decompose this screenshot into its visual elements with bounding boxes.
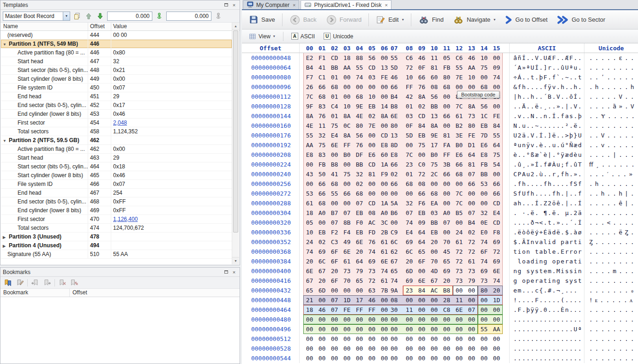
template-row[interactable]: End sector (bits 0-5), cylin...4520x17 [1, 101, 232, 110]
hex-byte[interactable]: 00 [316, 315, 328, 324]
hex-byte[interactable]: 3C [378, 218, 391, 227]
hex-byte[interactable]: 00 [391, 324, 403, 334]
template-row[interactable]: Total sectors474124,700,672 [1, 224, 232, 233]
hex-byte[interactable]: 07 [465, 169, 478, 179]
unicode-text[interactable]: .......₀ [584, 286, 638, 295]
ascii-text[interactable]: U2ä.V.Í.]ë..>þ}U [510, 131, 584, 140]
hex-byte[interactable]: 00 [440, 344, 453, 353]
hex-byte[interactable]: 6E [328, 140, 341, 150]
hex-byte[interactable]: 00 [415, 353, 428, 363]
hex-byte[interactable]: 56 [366, 53, 378, 63]
hex-byte[interactable]: 6E [353, 237, 366, 247]
hex-byte[interactable]: EB [353, 227, 366, 237]
hex-byte[interactable]: 00 [490, 305, 503, 315]
close-panel-icon[interactable]: × [231, 2, 237, 8]
hex-byte[interactable]: 2C [428, 169, 440, 179]
hex-byte[interactable]: AA [341, 63, 353, 72]
hex-byte[interactable]: CD [366, 160, 378, 169]
unicode-text[interactable]: ..v..... [584, 140, 638, 150]
hex-byte[interactable]: 67 [316, 266, 328, 276]
unicode-text[interactable]: ........ [584, 315, 638, 324]
hex-byte[interactable]: 24 [453, 227, 465, 237]
hex-byte[interactable]: 69 [490, 237, 503, 247]
hex-byte[interactable]: 20 [353, 247, 366, 257]
hex-byte[interactable]: 6F [328, 247, 341, 257]
hex-byte[interactable]: 68 [453, 169, 465, 179]
hex-byte[interactable]: 55 [391, 53, 403, 63]
hex-byte[interactable]: 00 [403, 324, 415, 334]
hex-byte[interactable]: 69 [403, 237, 415, 247]
hex-byte[interactable]: 75 [490, 150, 503, 160]
chevron-down-icon[interactable]: ▾ [402, 18, 404, 22]
column-header-bookmark-offset[interactable]: Offset [70, 289, 240, 297]
hex-byte[interactable]: FF [366, 305, 378, 315]
hex-byte[interactable]: 70 [341, 276, 353, 286]
hex-byte[interactable]: 00 [453, 315, 465, 324]
ascii-text[interactable]: ................ [510, 353, 584, 363]
hex-byte[interactable]: B0 [428, 150, 440, 160]
hex-byte[interactable]: FF [403, 82, 415, 92]
hex-byte[interactable]: B5 [453, 208, 465, 218]
hex-byte[interactable]: 00 [440, 189, 453, 198]
hex-byte[interactable]: E6 [366, 150, 378, 160]
hex-byte[interactable]: 00 [428, 315, 440, 324]
hex-byte[interactable]: 02 [415, 101, 428, 111]
hex-byte[interactable]: 00 [478, 305, 490, 315]
hex-byte[interactable]: 8A [303, 111, 316, 121]
hex-byte[interactable]: 00 [353, 82, 366, 92]
hex-byte[interactable]: 76 [353, 140, 366, 150]
hex-byte[interactable]: 00 [353, 324, 366, 334]
hex-byte[interactable]: 13 [378, 63, 391, 72]
ascii-text[interactable]: N.u..~......².ë. [510, 121, 584, 131]
hex-byte[interactable]: 18 [341, 53, 353, 63]
hex-byte[interactable]: 66 [490, 179, 503, 189]
unicode-toggle-button[interactable]: U Unicode [321, 31, 356, 41]
hex-byte[interactable]: 80 [391, 121, 403, 131]
hex-byte[interactable]: 00 [428, 305, 440, 315]
hex-byte[interactable]: 02 [316, 237, 328, 247]
hex-byte[interactable]: 7E [366, 121, 378, 131]
goto-sector-button[interactable]: Go to Sector [553, 13, 609, 27]
sector-link[interactable]: 2,048 [113, 119, 127, 126]
hex-byte[interactable]: 11 [316, 121, 328, 131]
hex-byte[interactable]: 00 [353, 344, 366, 353]
unicode-text[interactable]: ........ [584, 208, 638, 218]
template-row[interactable]: End head467254 [1, 189, 232, 197]
hex-byte[interactable]: 75 [328, 121, 341, 131]
hex-byte[interactable]: AC [428, 286, 440, 295]
hex-byte[interactable]: 00 [490, 101, 503, 111]
hex-byte[interactable]: 00 [378, 121, 391, 131]
hex-byte[interactable]: 68 [328, 179, 341, 189]
hex-byte[interactable]: 88 [353, 53, 366, 63]
hex-byte[interactable]: 01 [403, 169, 415, 179]
ascii-text[interactable]: ÷Á..t.þF.f`.~..t [510, 72, 584, 82]
hex-byte[interactable]: 6F [328, 257, 341, 266]
ascii-text[interactable]: . ·.ë. ¶.ë. µ.2ä [510, 208, 584, 218]
hex-byte[interactable]: 74 [303, 247, 316, 257]
ascii-text[interactable]: tion table.Error [510, 247, 584, 257]
hex-byte[interactable]: 00 [378, 179, 391, 189]
hex-byte[interactable]: 20 [316, 276, 328, 286]
hex-byte[interactable]: 0C [341, 121, 353, 131]
hex-byte[interactable]: 1A [378, 160, 391, 169]
hex-byte[interactable]: 00 [440, 101, 453, 111]
hex-byte[interactable]: 84 [415, 286, 428, 295]
hex-byte[interactable]: 3B [440, 160, 453, 169]
hex-byte[interactable]: 00 [341, 92, 353, 101]
navigate-button[interactable]: Navigate ▾ [449, 12, 500, 27]
hex-byte[interactable]: 00 [490, 353, 503, 363]
previous-bookmark-icon[interactable] [30, 278, 40, 287]
hex-byte[interactable]: 07 [328, 305, 341, 315]
ascii-text[interactable]: ....ð¬<.t.»..´.Í [510, 218, 584, 227]
hex-byte[interactable]: F4 [341, 227, 353, 237]
template-row[interactable]: (reserved)44400 00 [1, 31, 232, 40]
hex-byte[interactable]: 65 [415, 247, 428, 257]
hex-byte[interactable]: 00 [465, 334, 478, 344]
hex-byte[interactable]: 74 [490, 276, 503, 286]
hex-byte[interactable]: 00 [465, 82, 478, 92]
hex-byte[interactable]: 81 [428, 63, 440, 72]
hex-byte[interactable]: 00 [490, 169, 503, 179]
hex-byte[interactable]: DF [353, 150, 366, 160]
close-tab-icon[interactable]: × [385, 2, 388, 8]
hex-byte[interactable]: 00 [403, 189, 415, 198]
